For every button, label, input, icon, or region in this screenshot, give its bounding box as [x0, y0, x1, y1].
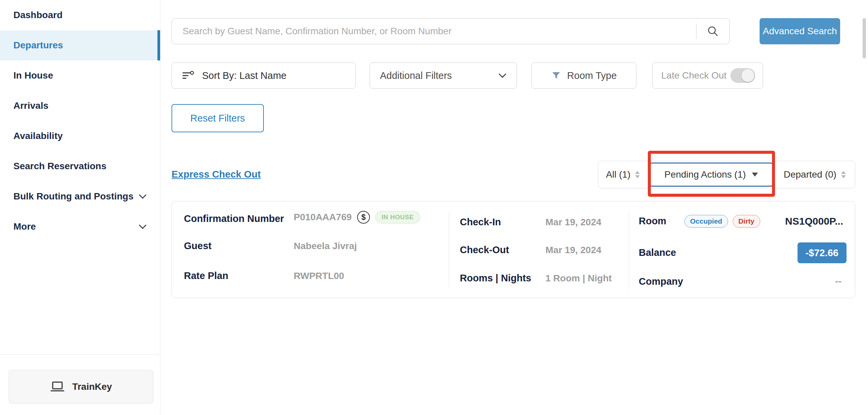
rooms-nights-value: 1 Room | Night — [546, 273, 612, 284]
status-tabs: All (1) Pending Actions (1) Departed (0) — [598, 161, 855, 188]
advanced-search-button[interactable]: Advanced Search — [760, 18, 840, 44]
sidebar-item-availability[interactable]: Availability — [0, 121, 160, 151]
dollar-circle-icon[interactable]: $ — [357, 211, 370, 224]
room-type-label: Room Type — [567, 70, 617, 81]
column-divider — [449, 211, 449, 289]
sort-icon — [182, 70, 195, 81]
caret-down-icon — [752, 173, 758, 177]
sidebar-item-label: Dashboard — [13, 10, 62, 21]
funnel-icon — [551, 70, 561, 81]
sort-by-label: Sort By: Last Name — [202, 70, 286, 81]
check-in-label: Check-In — [460, 216, 501, 228]
room-label: Room — [639, 215, 666, 227]
check-out-value: Mar 19, 2024 — [546, 245, 601, 256]
rate-plan-label: Rate Plan — [184, 270, 228, 281]
sort-by-button[interactable]: Sort By: Last Name — [172, 62, 356, 89]
in-house-badge: IN HOUSE — [375, 211, 420, 224]
room-status-badges: Occupied Dirty — [684, 215, 760, 228]
rooms-nights-label: Rooms | Nights — [460, 273, 531, 284]
company-value: -- — [835, 276, 841, 287]
sidebar-item-search-reservations[interactable]: Search Reservations — [0, 151, 160, 181]
balance-badge[interactable]: -$72.66 — [798, 242, 846, 263]
additional-filters-label: Additional Filters — [380, 70, 452, 81]
search-icon — [707, 25, 719, 37]
tab-pending-actions[interactable]: Pending Actions (1) — [649, 162, 773, 187]
sidebar-item-in-house[interactable]: In House — [0, 60, 160, 91]
guest-label: Guest — [184, 240, 212, 251]
room-type-button[interactable]: Room Type — [531, 62, 637, 89]
column-divider — [629, 211, 629, 289]
sidebar-item-label: Search Reservations — [13, 161, 106, 172]
tab-departed[interactable]: Departed (0) — [775, 161, 855, 188]
sidebar: Dashboard Departures In House Arrivals A… — [0, 0, 160, 415]
sidebar-item-label: Availability — [13, 130, 63, 141]
check-in-value: Mar 19, 2024 — [546, 217, 601, 228]
sidebar-divider — [0, 354, 160, 355]
sort-arrows-icon — [841, 171, 846, 178]
trainkey-button[interactable]: TrainKey — [9, 370, 153, 404]
guest-value: Nabeela Jivraj — [294, 241, 357, 251]
company-label: Company — [639, 276, 683, 287]
sidebar-item-label: In House — [13, 70, 53, 81]
search-input[interactable] — [172, 26, 696, 37]
late-checkout-label: Late Check Out — [661, 70, 727, 81]
sidebar-item-bulk-routing[interactable]: Bulk Routing and Postings — [0, 181, 160, 211]
sidebar-item-arrivals[interactable]: Arrivals — [0, 91, 160, 121]
express-checkout-link[interactable]: Express Check Out — [172, 169, 261, 180]
rate-plan-value: RWPRTL00 — [294, 271, 344, 281]
sidebar-item-label: Bulk Routing and Postings — [13, 191, 133, 202]
chevron-down-icon — [499, 70, 506, 78]
reservation-card[interactable]: Confirmation Number P010AAA769 $ IN HOUS… — [172, 201, 855, 298]
search-bar — [172, 18, 730, 44]
sidebar-item-dashboard[interactable]: Dashboard — [0, 0, 160, 30]
sidebar-item-label: Arrivals — [13, 100, 48, 111]
dirty-badge: Dirty — [733, 215, 760, 228]
search-button[interactable] — [696, 25, 730, 37]
confirmation-number-value: P010AAA769 — [294, 212, 352, 223]
tab-all-label: All (1) — [606, 169, 630, 180]
chevron-down-icon — [139, 221, 147, 229]
room-number-value: NS1Q000P... — [785, 215, 843, 227]
confirmation-number-row: P010AAA769 $ IN HOUSE — [294, 211, 420, 224]
scrollbar-thumb[interactable] — [863, 18, 866, 58]
sidebar-item-label: Departures — [13, 40, 63, 51]
sidebar-item-label: More — [13, 221, 36, 232]
tab-all[interactable]: All (1) — [598, 161, 648, 188]
check-out-label: Check-Out — [460, 244, 509, 256]
tab-pending-label: Pending Actions (1) — [664, 169, 746, 180]
late-checkout-toggle[interactable] — [731, 68, 755, 83]
trainkey-label: TrainKey — [72, 381, 112, 392]
confirmation-number-label: Confirmation Number — [184, 213, 284, 224]
late-checkout-filter: Late Check Out — [652, 62, 763, 89]
sidebar-item-more[interactable]: More — [0, 211, 160, 242]
reset-filters-button[interactable]: Reset Filters — [172, 104, 264, 132]
laptop-icon — [50, 381, 65, 393]
balance-label: Balance — [639, 247, 676, 258]
chevron-down-icon — [139, 191, 147, 199]
occupied-badge: Occupied — [684, 215, 728, 228]
additional-filters-dropdown[interactable]: Additional Filters — [370, 62, 517, 89]
tab-departed-label: Departed (0) — [784, 169, 836, 180]
sidebar-item-departures[interactable]: Departures — [0, 30, 160, 60]
toggle-knob — [741, 69, 754, 82]
sort-arrows-icon — [635, 171, 640, 178]
